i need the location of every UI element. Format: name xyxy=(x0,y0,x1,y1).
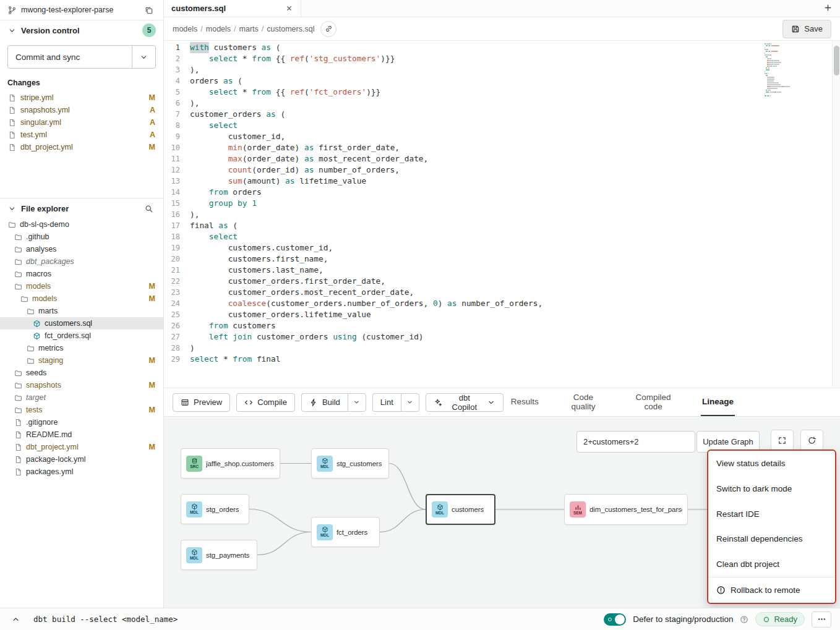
tree-item-dbt-packages[interactable]: dbt_packages xyxy=(0,255,163,268)
cli-command[interactable]: dbt build --select <model_name> xyxy=(33,615,178,624)
tree-item-models[interactable]: modelsM xyxy=(0,292,163,305)
tree-item-dbt-project-yml[interactable]: dbt_project.ymlM xyxy=(0,441,163,453)
compile-button[interactable]: Compile xyxy=(236,393,295,412)
code-line[interactable]: 10 min(order_date) as first_order_date, xyxy=(164,142,840,153)
breadcrumb-item[interactable]: customers.sql xyxy=(267,25,314,33)
code-line[interactable]: 24 coalesce(customer_orders.number_of_or… xyxy=(164,298,840,309)
lineage-node-fct_orders[interactable]: MDLfct_orders xyxy=(311,517,380,547)
file-search-button[interactable] xyxy=(141,201,156,216)
code-line[interactable]: 23 customer_orders.most_recent_order_dat… xyxy=(164,287,840,298)
tab-customers-sql[interactable]: customers.sql xyxy=(164,0,301,17)
breadcrumb-item[interactable]: marts xyxy=(239,25,259,33)
lineage-node-stg_customers[interactable]: MDLstg_customers xyxy=(311,448,389,479)
tree-item-db-sl-qs-demo[interactable]: db-sl-qs-demo xyxy=(0,218,163,231)
menu-item-switch-to-dark-mode[interactable]: Switch to dark mode xyxy=(708,476,835,501)
lineage-search-input[interactable] xyxy=(576,431,695,453)
breadcrumb-item[interactable]: models xyxy=(173,25,197,33)
code-line[interactable]: 7customer_orders as ( xyxy=(164,109,840,120)
code-line[interactable]: 2 select * from {{ ref('stg_customers')}… xyxy=(164,53,840,64)
code-line[interactable]: 17final as ( xyxy=(164,220,840,231)
menu-item-reinstall-dependencies[interactable]: Reinstall dependencies xyxy=(708,526,835,551)
code-line[interactable]: 18 select xyxy=(164,231,840,242)
tree-item-fct-orders-sql[interactable]: fct_orders.sql xyxy=(0,330,163,342)
code-line[interactable]: 28) xyxy=(164,343,840,354)
tab-results[interactable]: Results xyxy=(510,388,540,416)
code-line[interactable]: 12 count(order_id) as number_of_orders, xyxy=(164,164,840,176)
new-tab-button[interactable] xyxy=(823,3,833,14)
tree-item-target[interactable]: target xyxy=(0,391,163,404)
tab-code-quality[interactable]: Code quality xyxy=(561,388,606,416)
tree-item-customers-sql[interactable]: customers.sql xyxy=(0,317,163,330)
change-row[interactable]: singular.ymlA xyxy=(0,116,163,129)
minimap[interactable] xyxy=(765,43,799,97)
change-row[interactable]: snapshots.ymlA xyxy=(0,104,163,116)
scrollbar-thumb[interactable] xyxy=(834,46,839,75)
code-line[interactable]: 4orders as ( xyxy=(164,75,840,87)
code-line[interactable]: 6), xyxy=(164,98,840,109)
editor-scrollbar[interactable] xyxy=(832,41,840,388)
code-line[interactable]: 25 customer_orders.lifetime_value xyxy=(164,309,840,320)
more-options-button[interactable] xyxy=(812,611,831,628)
fullscreen-button[interactable] xyxy=(771,430,794,451)
code-line[interactable]: 22 customer_orders.first_order_date, xyxy=(164,276,840,287)
tree-item--github[interactable]: .github xyxy=(0,231,163,243)
tab-lineage[interactable]: Lineage xyxy=(701,388,735,416)
code-line[interactable]: 8 select xyxy=(164,120,840,131)
code-line[interactable]: 11 max(order_date) as most_recent_order_… xyxy=(164,153,840,164)
tree-item-staging[interactable]: stagingM xyxy=(0,354,163,367)
code-line[interactable]: 20 customers.first_name, xyxy=(164,253,840,265)
change-row[interactable]: test.ymlA xyxy=(0,129,163,141)
build-dropdown-button[interactable] xyxy=(348,393,366,412)
lineage-node-jaffle[interactable]: SRCjaffle_shop.customers xyxy=(181,448,280,479)
lineage-node-stg_orders[interactable]: MDLstg_orders xyxy=(181,494,249,524)
defer-help-icon[interactable] xyxy=(740,615,748,624)
build-button[interactable]: Build xyxy=(301,393,348,412)
file-link-button[interactable] xyxy=(320,21,336,37)
code-line[interactable]: 15 group by 1 xyxy=(164,198,840,209)
dbt-copilot-button[interactable]: dbt Copilot xyxy=(426,393,504,412)
breadcrumb-item[interactable]: models xyxy=(206,25,231,33)
tree-item-snapshots[interactable]: snapshotsM xyxy=(0,379,163,391)
menu-item-clean-dbt-project[interactable]: Clean dbt project xyxy=(708,551,835,577)
tree-item-readme-md[interactable]: README.md xyxy=(0,428,163,441)
change-row[interactable]: stripe.ymlM xyxy=(0,92,163,104)
lineage-node-dim[interactable]: SEMdim_customers_test_for_parse xyxy=(564,494,688,525)
tree-item-macros[interactable]: macros xyxy=(0,268,163,280)
lineage-node-stg_payments[interactable]: MDLstg_payments xyxy=(181,540,257,570)
preview-button[interactable]: Preview xyxy=(173,393,230,412)
tree-item-packages-yml[interactable]: packages.yml xyxy=(0,466,163,478)
defer-toggle[interactable] xyxy=(604,613,626,626)
tree-item-models[interactable]: modelsM xyxy=(0,280,163,292)
code-line[interactable]: 1with customers as ( xyxy=(164,42,840,53)
menu-item-restart-ide[interactable]: Restart IDE xyxy=(708,501,835,527)
code-line[interactable]: 21 customers.last_name, xyxy=(164,265,840,276)
tree-item--gitignore[interactable]: .gitignore xyxy=(0,416,163,428)
code-line[interactable]: 26 from customers xyxy=(164,320,840,331)
code-line[interactable]: 16), xyxy=(164,209,840,220)
code-line[interactable]: 5 select * from {{ ref('fct_orders')}} xyxy=(164,87,840,98)
code-line[interactable]: 29select * from final xyxy=(164,354,840,365)
lint-button[interactable]: Lint xyxy=(372,393,401,412)
copy-branch-button[interactable] xyxy=(141,2,156,17)
tree-item-analyses[interactable]: analyses xyxy=(0,243,163,255)
code-line[interactable]: 13 sum(amount) as lifetime_value xyxy=(164,176,840,187)
tab-compiled-code[interactable]: Compiled code xyxy=(627,388,680,416)
code-line[interactable]: 9 customer_id, xyxy=(164,131,840,142)
tab-close-button[interactable] xyxy=(285,4,293,12)
code-line[interactable]: 14 from orders xyxy=(164,187,840,198)
refresh-graph-button[interactable] xyxy=(800,430,823,451)
lineage-node-customers[interactable]: MDLcustomers xyxy=(426,494,495,525)
version-control-header[interactable]: Version control 5 xyxy=(0,20,163,40)
tree-item-package-lock-yml[interactable]: package-lock.yml xyxy=(0,453,163,466)
tree-item-tests[interactable]: testsM xyxy=(0,404,163,416)
code-line[interactable]: 3), xyxy=(164,64,840,75)
save-button[interactable]: Save xyxy=(782,20,831,38)
tree-item-metrics[interactable]: metrics xyxy=(0,342,163,354)
tree-item-seeds[interactable]: seeds xyxy=(0,367,163,379)
code-editor[interactable]: 1with customers as (2 select * from {{ r… xyxy=(164,41,840,388)
commit-dropdown-button[interactable] xyxy=(132,46,155,68)
change-row[interactable]: dbt_project.ymlM xyxy=(0,141,163,153)
lint-dropdown-button[interactable] xyxy=(401,393,419,412)
file-explorer-header[interactable]: File explorer xyxy=(0,198,163,218)
menu-item-rollback-to-remote[interactable]: Rollback to remote xyxy=(708,577,835,603)
